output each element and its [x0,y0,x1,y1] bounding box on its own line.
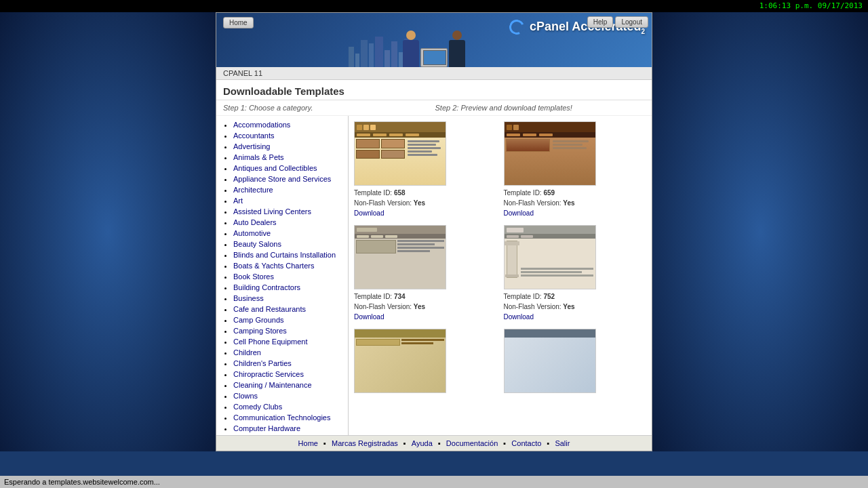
category-link-computer[interactable]: Computer Hardware [233,424,300,432]
category-panel[interactable]: Accommodations Accountants Advertising A… [216,116,349,435]
category-link-cleaning[interactable]: Cleaning / Maintenance [233,381,312,389]
tmpl752-line1 [521,268,593,270]
tmpl659-id-prefix: Template ID: [504,189,542,197]
list-item: Chiropractic Services [233,369,341,380]
category-link-antiques[interactable]: Antiques and Collectibles [233,164,317,172]
footer-link-ayuda[interactable]: Ayuda [412,439,433,447]
category-link-architecture[interactable]: Architecture [233,186,273,194]
tmpl752-nf-val: Yes [563,303,574,310]
tmpl734-nav [355,234,446,239]
tmpl659-header [505,122,595,132]
templates-grid: Template ID: 658 Non-Flash Version: Yes … [354,121,646,393]
tmpl658-nav1 [357,134,370,136]
category-link-comedy[interactable]: Comedy Clubs [233,403,282,411]
tmpl658-text [406,139,445,159]
category-link-accountants[interactable]: Accountants [233,131,275,140]
category-link-clowns[interactable]: Clowns [233,392,258,400]
building6 [384,50,390,67]
category-link-boats[interactable]: Boats & Yachts Charters [233,262,314,270]
footer-sep2: ▪ [403,439,406,447]
footer-link-doc[interactable]: Documentación [446,439,498,447]
help-button[interactable]: Help [587,16,614,28]
category-link-advertising[interactable]: Advertising [233,142,270,150]
tmpl658-nav2 [373,134,387,136]
home-button[interactable]: Home [223,17,254,28]
category-link-building[interactable]: Building Contractors [233,283,300,291]
tmpl752-nav1 [507,235,519,238]
category-link-auto-dealers[interactable]: Auto Dealers [233,218,277,226]
template-thumbnail-734 [354,225,446,289]
tmpl658-nav [355,132,446,138]
tmpl6th-grid [507,340,593,341]
tmpl658-photo1 [356,139,380,148]
template-visual-6th [505,329,595,392]
category-link-communication[interactable]: Communication Technologies [233,413,331,422]
tmpl734-nav1 [357,235,369,238]
step1-label: Step 1: Choose a category. [223,104,313,112]
category-link-animals[interactable]: Animals & Pets [233,153,284,161]
tmpl734-download-link[interactable]: Download [354,313,384,321]
tmpl658-line3 [408,147,441,149]
tmpl658-dot1 [357,125,362,130]
category-link-art[interactable]: Art [233,197,243,205]
cpanel-nav: CPANEL 11 [216,67,652,80]
tmpl752-content [505,239,595,280]
footer-link-home[interactable]: Home [298,439,318,447]
category-link-cell[interactable]: Cell Phone Equipment [233,338,307,346]
status-bar: Esperando a templates.websitewelcome.com… [0,476,868,488]
steps-row: Step 1: Choose a category. Step 2: Previ… [216,100,652,116]
tmpl5th-line1 [401,339,444,341]
footer-link-salir[interactable]: Salir [555,439,570,447]
category-link-cafe[interactable]: Cafe and Restaurants [233,305,306,313]
tmpl752-nf-prefix: Non-Flash Version: [504,303,561,310]
tmpl658-nf-val: Yes [414,199,425,207]
tmpl752-download-link[interactable]: Download [504,313,534,321]
template-panel[interactable]: Template ID: 658 Non-Flash Version: Yes … [349,116,652,435]
category-link-book[interactable]: Book Stores [233,272,274,281]
tmpl659-line2 [553,144,583,146]
list-item: Animals & Pets [233,152,341,163]
list-item: Advertising [233,141,341,152]
tmpl659-line3 [553,147,587,149]
tmpl658-download-link[interactable]: Download [354,209,384,217]
tmpl734-logo [357,228,377,232]
tmpl752-header [505,226,595,234]
template-info-659: Template ID: 659 Non-Flash Version: Yes … [504,188,647,218]
nav-buttons: Home [223,17,254,28]
tmpl658-id-prefix: Template ID: [354,189,392,197]
tmpl5th-photo [356,339,400,346]
tmpl659-download-link[interactable]: Download [504,209,534,217]
category-link-camping[interactable]: Camping Stores [233,327,287,335]
person-2 [449,30,465,67]
category-link-assisted[interactable]: Assisted Living Centers [233,207,311,216]
template-visual-5th [355,329,446,392]
category-link-chiro[interactable]: Chiropractic Services [233,370,304,378]
template-visual-659 [505,122,595,185]
category-link-beauty[interactable]: Beauty Salons [233,240,281,248]
category-link-children[interactable]: Children [233,348,261,357]
footer-link-contacto[interactable]: Contacto [511,439,541,447]
category-link-automotive[interactable]: Automotive [233,229,271,237]
header-illustration [403,30,465,67]
logout-button[interactable]: Logout [615,16,648,28]
category-link-camp-grounds[interactable]: Camp Grounds [233,316,284,324]
tmpl752-nav [505,234,595,239]
category-link-appliance[interactable]: Appliance Store and Services [233,175,331,183]
category-list: Accommodations Accountants Advertising A… [223,119,341,435]
tmpl658-dot3 [370,125,376,130]
tmpl5th-text [401,339,444,346]
person-1 [403,30,419,67]
footer-link-marcas[interactable]: Marcas Registradas [332,439,398,447]
category-link-business[interactable]: Business [233,294,264,302]
tmpl734-line3 [397,247,445,249]
category-link-accommodations[interactable]: Accommodations [233,121,290,129]
category-link-childrens-parties[interactable]: Children's Parties [233,359,292,367]
list-item: Children [233,347,341,358]
category-link-blinds[interactable]: Blinds and Curtains Installation [233,251,336,259]
tmpl658-dot2 [363,125,369,130]
list-item: Accommodations [233,119,341,130]
list-item: Blinds and Curtains Installation [233,249,341,260]
tmpl6th-content [505,338,595,343]
tmpl752-capital [505,241,519,245]
tmpl752-id: 752 [543,293,555,300]
